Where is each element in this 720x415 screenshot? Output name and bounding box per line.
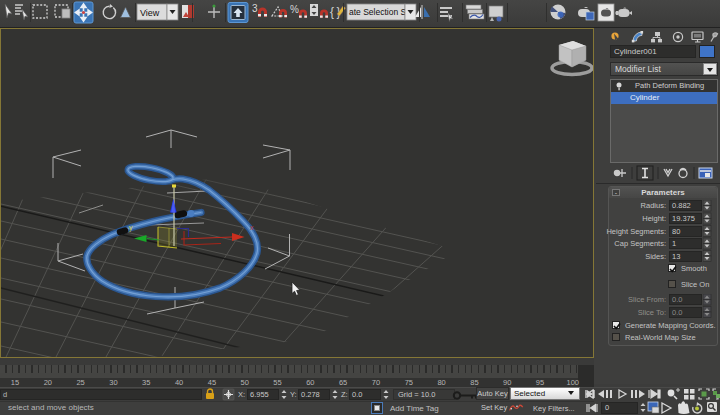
- svg-text:y: y: [129, 224, 133, 232]
- svg-text:ate Selection Se: ate Selection Se: [349, 7, 411, 17]
- svg-text:3: 3: [252, 3, 258, 14]
- svg-text:%: %: [290, 4, 299, 15]
- svg-text:View: View: [140, 8, 160, 18]
- svg-text:x: x: [250, 224, 254, 231]
